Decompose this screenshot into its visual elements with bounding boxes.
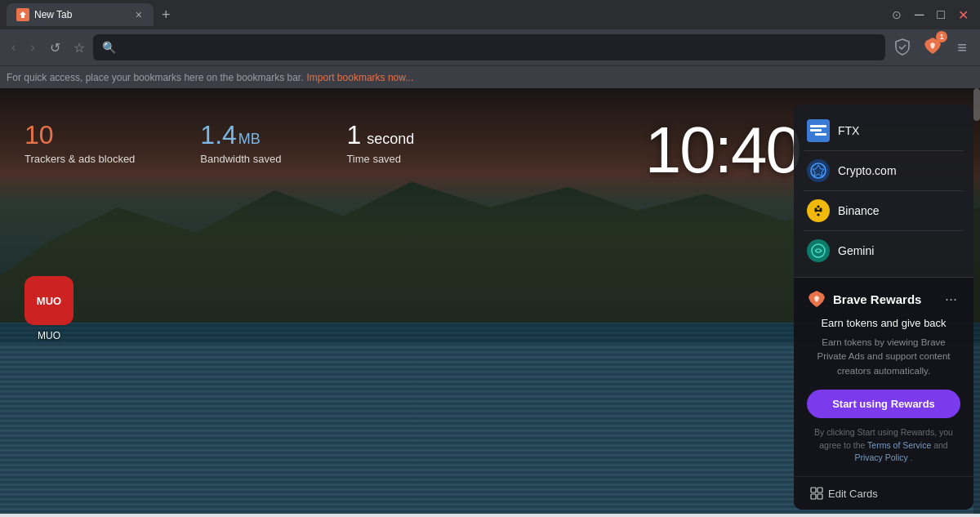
trackers-label: Trackers & ads blocked — [24, 153, 135, 165]
shortcut-label-muq: MUO — [38, 330, 60, 341]
address-bar[interactable]: 🔍 — [93, 34, 886, 60]
tab-bar: New Tab × + ⊙ ─ □ ✕ — [0, 0, 980, 29]
scrollbar-track[interactable] — [973, 88, 980, 514]
scrollbar-thumb[interactable] — [973, 88, 980, 121]
svg-rect-2 — [815, 133, 826, 136]
crypto-item-ftx[interactable]: FTX — [794, 111, 973, 150]
time-value: 1 second — [346, 121, 414, 149]
search-icon: 🔍 — [102, 41, 116, 54]
crypto-item-gemini[interactable]: Gemini — [794, 231, 973, 270]
svg-rect-1 — [810, 129, 822, 131]
tab-close-button[interactable]: × — [134, 8, 144, 21]
reload-button[interactable]: ↺ — [45, 37, 65, 59]
crypto-item-crypto-com[interactable]: Crypto.com — [794, 151, 973, 190]
binance-icon — [807, 199, 830, 222]
active-tab[interactable]: New Tab × — [7, 3, 154, 26]
gemini-name: Gemini — [838, 244, 874, 257]
terms-of-service-link[interactable]: Terms of Service — [867, 440, 931, 450]
bookmark-button[interactable]: ☆ — [70, 37, 88, 59]
rewards-menu-button[interactable]: ··· — [942, 291, 960, 308]
address-input[interactable] — [121, 41, 877, 54]
ftx-name: FTX — [838, 124, 859, 137]
svg-rect-13 — [811, 488, 816, 492]
svg-marker-5 — [817, 205, 820, 208]
clock-display: 10:40 — [645, 113, 800, 188]
brave-shield-button[interactable] — [890, 34, 915, 61]
shortcut-icon-muq: MUO — [24, 276, 74, 325]
crypto-com-name: Crypto.com — [838, 164, 897, 177]
rewards-logo-icon — [807, 289, 826, 309]
brave-rewards-button[interactable]: 1 — [920, 33, 946, 62]
ftx-icon — [807, 119, 830, 142]
trackers-value: 10 — [24, 121, 135, 149]
bandwidth-stat: 1.4MB Bandwidth saved — [200, 121, 281, 165]
crypto-rewards-panel: FTX Crypto.com — [794, 105, 973, 510]
forward-button[interactable]: › — [25, 37, 39, 58]
crypto-item-binance[interactable]: Binance — [794, 191, 973, 230]
tab-favicon — [16, 8, 29, 21]
window-control-unknown[interactable]: ⊙ — [887, 7, 906, 23]
close-button[interactable]: ✕ — [953, 6, 973, 25]
time-label: Time saved — [346, 153, 414, 165]
binance-name: Binance — [838, 204, 880, 217]
svg-rect-14 — [817, 488, 822, 492]
svg-rect-15 — [811, 494, 816, 499]
rewards-title: Brave Rewards — [833, 292, 935, 306]
gemini-icon — [807, 239, 830, 262]
back-button[interactable]: ‹ — [7, 37, 20, 58]
browser-window: New Tab × + ⊙ ─ □ ✕ ‹ › ↺ ☆ 🔍 — [0, 0, 980, 88]
gemini-logo-icon — [810, 243, 826, 259]
edit-cards-label: Edit Cards — [828, 488, 878, 500]
svg-rect-11 — [816, 210, 821, 212]
new-tab-button[interactable]: + — [157, 7, 176, 24]
bandwidth-label: Bandwidth saved — [200, 153, 281, 165]
bookmarks-bar-text: For quick access, place your bookmarks h… — [7, 72, 304, 83]
brave-rewards-panel: Brave Rewards ··· Earn tokens and give b… — [794, 278, 973, 476]
svg-marker-4 — [813, 165, 824, 176]
svg-point-12 — [812, 244, 825, 257]
brave-notification-badge: 1 — [936, 31, 947, 42]
shortcuts-panel: MUO MUO — [24, 276, 74, 341]
ftx-logo-icon — [810, 125, 826, 136]
crypto-com-logo-icon — [809, 162, 827, 180]
import-bookmarks-link[interactable]: Import bookmarks now... — [307, 72, 414, 83]
navigation-bar: ‹ › ↺ ☆ 🔍 1 ≡ — [0, 29, 980, 65]
time-stat: 1 second Time saved — [346, 121, 414, 165]
svg-marker-10 — [817, 213, 820, 216]
minimize-button[interactable]: ─ — [910, 6, 929, 24]
browser-menu-button[interactable]: ≡ — [951, 35, 973, 60]
rewards-header: Brave Rewards ··· — [807, 289, 960, 309]
bookmarks-bar: For quick access, place your bookmarks h… — [0, 65, 980, 88]
crypto-com-icon — [807, 159, 830, 182]
rewards-description: Earn tokens by viewing Brave Private Ads… — [807, 336, 960, 378]
svg-rect-16 — [817, 494, 822, 499]
window-controls: ⊙ ─ □ ✕ — [887, 6, 973, 25]
rewards-subtitle: Earn tokens and give back — [807, 317, 960, 329]
bandwidth-value: 1.4MB — [200, 121, 281, 149]
start-rewards-button[interactable]: Start using Rewards — [807, 390, 960, 418]
edit-cards-button[interactable]: Edit Cards — [804, 484, 884, 503]
edit-cards-icon — [810, 487, 823, 500]
edit-cards-bar: Edit Cards — [794, 476, 973, 510]
shortcut-muq[interactable]: MUO MUO — [24, 276, 74, 341]
crypto-list: FTX Crypto.com — [794, 105, 973, 277]
maximize-button[interactable]: □ — [932, 6, 950, 24]
rewards-terms: By clicking Start using Rewards, you agr… — [807, 426, 960, 465]
privacy-policy-link[interactable]: Privacy Policy — [854, 452, 907, 462]
binance-logo-icon — [811, 203, 826, 218]
shield-icon — [893, 38, 911, 56]
trackers-stat: 10 Trackers & ads blocked — [24, 121, 135, 165]
svg-rect-0 — [810, 125, 826, 127]
tab-title: New Tab — [34, 9, 129, 20]
new-tab-page: 10 Trackers & ads blocked 1.4MB Bandwidt… — [0, 88, 980, 514]
stats-panel: 10 Trackers & ads blocked 1.4MB Bandwidt… — [24, 121, 414, 165]
